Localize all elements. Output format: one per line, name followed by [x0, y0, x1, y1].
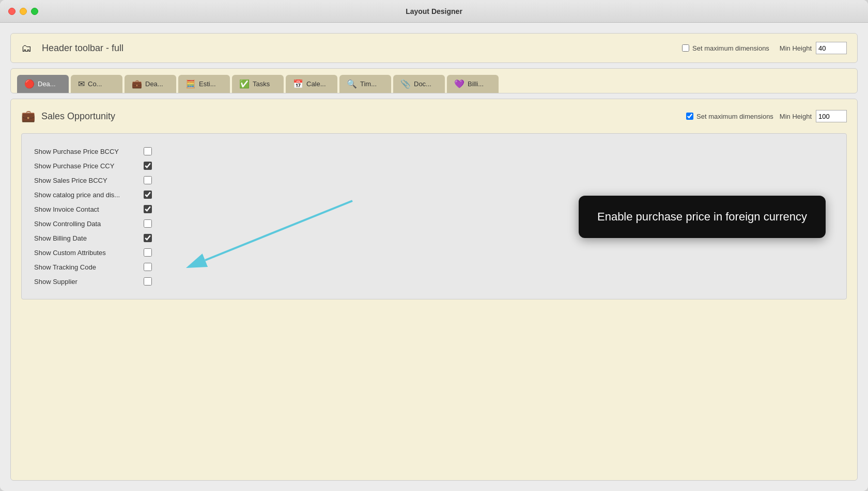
tab-estimates[interactable]: 🧮 Esti...	[178, 75, 230, 93]
panel-set-max-dimensions-text: Set maximum dimensions	[696, 113, 773, 120]
option-show-supplier: Show Supplier	[34, 274, 834, 289]
option-show-custom-attributes-label: Show Custom Attributes	[34, 249, 137, 257]
tab-calendar[interactable]: 📅 Cale...	[286, 75, 337, 93]
set-max-dimensions-checkbox[interactable]	[682, 44, 689, 52]
tab-estimates-icon: 🧮	[185, 79, 196, 89]
header-section-icon: 🗂	[21, 42, 32, 54]
main-panel: 💼 Sales Opportunity Set maximum dimensio…	[10, 99, 858, 481]
tab-tasks[interactable]: ✅ Tasks	[232, 75, 284, 93]
header-section-title: Header toolbar - full	[42, 43, 672, 54]
inner-panel: Show Purchase Price BCCY Show Purchase P…	[21, 133, 847, 299]
min-height-group: Min Height	[780, 42, 847, 54]
maximize-button[interactable]	[31, 8, 38, 15]
option-show-catalog-price-label: Show catalog price and dis...	[34, 191, 137, 199]
option-show-controlling-data-label: Show Controlling Data	[34, 220, 137, 228]
tooltip-text: Enable purchase price in foreign currenc…	[597, 210, 807, 223]
option-show-purchase-price-bccy-label: Show Purchase Price BCCY	[34, 148, 137, 155]
tab-calendar-label: Cale...	[306, 80, 326, 88]
tab-deals-2-icon: 💼	[132, 79, 142, 89]
close-button[interactable]	[8, 8, 16, 15]
option-show-sales-price-bccy: Show Sales Price BCCY	[34, 173, 834, 187]
tab-deals-2-label: Dea...	[145, 80, 163, 88]
show-tracking-code-checkbox[interactable]	[144, 263, 152, 271]
panel-set-max-dimensions-label[interactable]: Set maximum dimensions	[686, 113, 773, 120]
main-window: Layout Designer 🗂 Header toolbar - full …	[0, 0, 868, 491]
option-show-purchase-price-ccy: Show Purchase Price CCY	[34, 159, 834, 173]
option-show-tracking-code: Show Tracking Code	[34, 260, 834, 274]
panel-title: Sales Opportunity	[41, 111, 680, 122]
option-show-billing-date-label: Show Billing Date	[34, 234, 137, 242]
option-show-invoice-contact-label: Show Invoice Contact	[34, 205, 137, 213]
tab-contacts[interactable]: ✉ Co...	[71, 75, 122, 93]
tab-contacts-label: Co...	[88, 80, 102, 88]
tooltip-callout: Enable purchase price in foreign currenc…	[579, 196, 826, 238]
set-max-dimensions-text: Set maximum dimensions	[692, 44, 769, 52]
show-billing-date-checkbox[interactable]	[144, 234, 152, 242]
panel-set-max-dimensions-checkbox[interactable]	[686, 113, 693, 120]
window-controls	[8, 8, 38, 15]
tab-contacts-icon: ✉	[78, 79, 85, 89]
tab-billing-label: Billi...	[468, 80, 484, 88]
content-area: 🗂 Header toolbar - full Set maximum dime…	[0, 23, 868, 491]
window-title: Layout Designer	[406, 7, 462, 15]
tab-estimates-label: Esti...	[199, 80, 216, 88]
tab-time-label: Tim...	[360, 80, 377, 88]
tabs-bar: 🔴 Dea... ✉ Co... 💼 Dea... 🧮 Esti... ✅ Ta…	[10, 68, 858, 93]
tab-documents[interactable]: 📎 Doc...	[393, 75, 445, 93]
minimize-button[interactable]	[20, 8, 27, 15]
show-supplier-checkbox[interactable]	[144, 277, 152, 286]
option-show-supplier-label: Show Supplier	[34, 278, 137, 286]
show-catalog-price-checkbox[interactable]	[144, 191, 152, 199]
panel-min-height-label: Min Height	[780, 113, 812, 120]
option-show-custom-attributes: Show Custom Attributes	[34, 245, 834, 260]
tab-calendar-icon: 📅	[293, 79, 303, 89]
tab-deals-1-label: Dea...	[38, 80, 56, 88]
tab-deals-2[interactable]: 💼 Dea...	[125, 75, 176, 93]
tab-deals-1[interactable]: 🔴 Dea...	[17, 75, 69, 93]
show-purchase-price-bccy-checkbox[interactable]	[144, 147, 152, 155]
option-show-purchase-price-ccy-label: Show Purchase Price CCY	[34, 162, 137, 170]
tab-documents-label: Doc...	[414, 80, 431, 88]
panel-min-height-input[interactable]	[816, 110, 847, 122]
show-controlling-data-checkbox[interactable]	[144, 219, 152, 228]
min-height-label: Min Height	[780, 44, 812, 52]
panel-min-height-group: Min Height	[780, 110, 847, 122]
panel-icon: 💼	[21, 109, 35, 123]
min-height-input[interactable]	[816, 42, 847, 54]
tab-documents-icon: 📎	[400, 79, 411, 89]
tab-tasks-icon: ✅	[239, 79, 250, 89]
titlebar: Layout Designer	[0, 0, 868, 23]
show-purchase-price-ccy-checkbox[interactable]	[144, 162, 152, 170]
tab-deals-1-icon: 🔴	[24, 79, 35, 89]
option-show-purchase-price-bccy: Show Purchase Price BCCY	[34, 144, 834, 159]
panel-header: 💼 Sales Opportunity Set maximum dimensio…	[21, 109, 847, 123]
option-show-tracking-code-label: Show Tracking Code	[34, 263, 137, 271]
tab-time-icon: 🔍	[347, 79, 357, 89]
tab-billing-icon: 💜	[454, 79, 464, 89]
header-toolbar-section: 🗂 Header toolbar - full Set maximum dime…	[10, 33, 858, 63]
show-custom-attributes-checkbox[interactable]	[144, 248, 152, 257]
show-sales-price-bccy-checkbox[interactable]	[144, 176, 152, 184]
tab-time[interactable]: 🔍 Tim...	[339, 75, 391, 93]
set-max-dimensions-label[interactable]: Set maximum dimensions	[682, 44, 769, 52]
option-show-sales-price-bccy-label: Show Sales Price BCCY	[34, 177, 137, 184]
tab-billing[interactable]: 💜 Billi...	[447, 75, 499, 93]
show-invoice-contact-checkbox[interactable]	[144, 205, 152, 213]
tab-tasks-label: Tasks	[253, 80, 270, 88]
